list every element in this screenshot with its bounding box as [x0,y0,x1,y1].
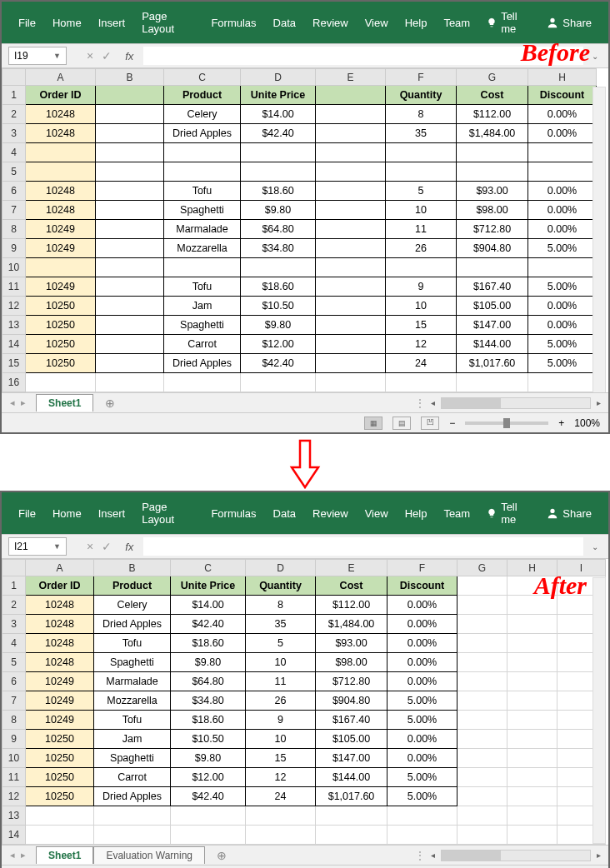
cell-F3[interactable]: 0.00% [388,615,458,634]
row-header-8[interactable]: 8 [2,220,26,239]
cell-A6[interactable]: 10248 [26,182,96,201]
cell-A8[interactable]: 10249 [26,711,94,730]
cell-D6[interactable]: $18.60 [241,182,316,201]
cell-B11[interactable] [96,277,164,297]
row-header-9[interactable]: 9 [2,239,26,258]
cell-B9[interactable] [96,239,164,258]
cell-E2[interactable] [316,105,386,124]
cell-E12[interactable] [316,297,386,316]
zoom-in-icon[interactable]: + [558,417,564,429]
formula-input[interactable] [143,537,583,556]
new-sheet-icon[interactable]: ⊕ [93,397,127,410]
menu-formulas[interactable]: Formulas [202,504,264,523]
cell-H13[interactable] [508,806,558,826]
cell-B11[interactable]: Carrot [94,768,171,787]
menu-help[interactable]: Help [397,13,436,32]
menu-review[interactable]: Review [304,13,357,32]
cell-G13[interactable]: $147.00 [457,316,528,335]
formula-expand-icon[interactable]: ⌄ [588,52,602,61]
col-header-G[interactable]: G [458,560,508,576]
cell-B1[interactable] [96,86,164,105]
cell-D3[interactable]: $42.40 [241,124,316,143]
cell-E5[interactable] [316,162,386,182]
cell-D11[interactable]: 12 [246,768,316,787]
cell-E14[interactable] [316,826,388,845]
cell-D5[interactable] [241,162,316,182]
menu-file[interactable]: File [10,504,44,523]
cell-B13[interactable] [94,806,171,826]
cell-C15[interactable]: Dried Apples [164,354,241,373]
menu-home[interactable]: Home [44,13,90,32]
row-header-11[interactable]: 11 [2,277,26,297]
zoom-slider[interactable] [465,422,548,425]
name-box[interactable]: I19 ▼ [8,47,67,65]
sheet-nav[interactable]: ◂ ▸ [2,397,36,408]
cell-E9[interactable] [316,239,386,258]
col-header-A[interactable]: A [26,69,96,86]
cell-H9[interactable] [508,730,558,749]
cell-G3[interactable]: $1,484.00 [457,124,528,143]
cell-H4[interactable] [528,143,597,162]
cell-F7[interactable]: 10 [386,201,457,220]
cell-G2[interactable] [458,596,508,615]
cell-A2[interactable]: 10248 [26,596,94,615]
cell-F4[interactable] [386,143,457,162]
row-header-9[interactable]: 9 [2,730,26,749]
cell-E12[interactable]: $1,017.60 [316,787,388,806]
cell-C3[interactable]: $42.40 [171,615,246,634]
menu-home[interactable]: Home [44,504,90,523]
cell-D16[interactable] [241,373,316,392]
cell-G6[interactable] [458,672,508,691]
row-header-1[interactable]: 1 [2,576,26,596]
cell-E13[interactable] [316,316,386,335]
cell-C4[interactable]: $18.60 [171,634,246,653]
cell-E6[interactable] [316,182,386,201]
cell-G11[interactable]: $167.40 [457,277,528,297]
cell-E3[interactable] [316,124,386,143]
cell-F9[interactable]: 26 [386,239,457,258]
cell-C10[interactable] [164,258,241,277]
row-header-10[interactable]: 10 [2,258,26,277]
cell-F5[interactable]: 0.00% [388,653,458,672]
cell-F2[interactable]: 0.00% [388,596,458,615]
row-header-14[interactable]: 14 [2,826,26,845]
cell-F10[interactable]: 0.00% [388,749,458,768]
select-all[interactable] [2,560,26,576]
cell-E9[interactable]: $105.00 [316,730,388,749]
row-header-7[interactable]: 7 [2,691,26,711]
cell-B14[interactable] [96,335,164,354]
cell-F6[interactable]: 5 [386,182,457,201]
cell-H5[interactable] [528,162,597,182]
cell-G16[interactable] [457,373,528,392]
cell-A5[interactable] [26,162,96,182]
col-header-D[interactable]: D [241,69,316,86]
cell-H3[interactable] [508,615,558,634]
cell-A6[interactable]: 10249 [26,672,94,691]
cell-B4[interactable]: Tofu [94,634,171,653]
menu-view[interactable]: View [357,13,397,32]
col-header-E[interactable]: E [316,560,388,576]
col-header-C[interactable]: C [171,560,246,576]
cell-A8[interactable]: 10249 [26,220,96,239]
cell-D14[interactable]: $12.00 [241,335,316,354]
cell-D12[interactable]: 24 [246,787,316,806]
row-header-4[interactable]: 4 [2,634,26,653]
cell-E13[interactable] [316,806,388,826]
menu-data[interactable]: Data [265,504,304,523]
cell-B6[interactable]: Marmalade [94,672,171,691]
cell-C6[interactable]: Tofu [164,182,241,201]
cell-E5[interactable]: $98.00 [316,653,388,672]
cell-C12[interactable]: Jam [164,297,241,316]
cell-H8[interactable]: 0.00% [528,220,597,239]
cell-B2[interactable]: Celery [94,596,171,615]
cell-F8[interactable]: 5.00% [388,711,458,730]
cell-F11[interactable]: 9 [386,277,457,297]
cell-B2[interactable] [96,105,164,124]
share[interactable]: Share [538,504,600,523]
cell-C8[interactable]: Marmalade [164,220,241,239]
cell-G7[interactable]: $98.00 [457,201,528,220]
cell-G5[interactable] [458,653,508,672]
cell-E8[interactable] [316,220,386,239]
cell-C1[interactable]: Unite Price [171,576,246,596]
row-header-7[interactable]: 7 [2,201,26,220]
